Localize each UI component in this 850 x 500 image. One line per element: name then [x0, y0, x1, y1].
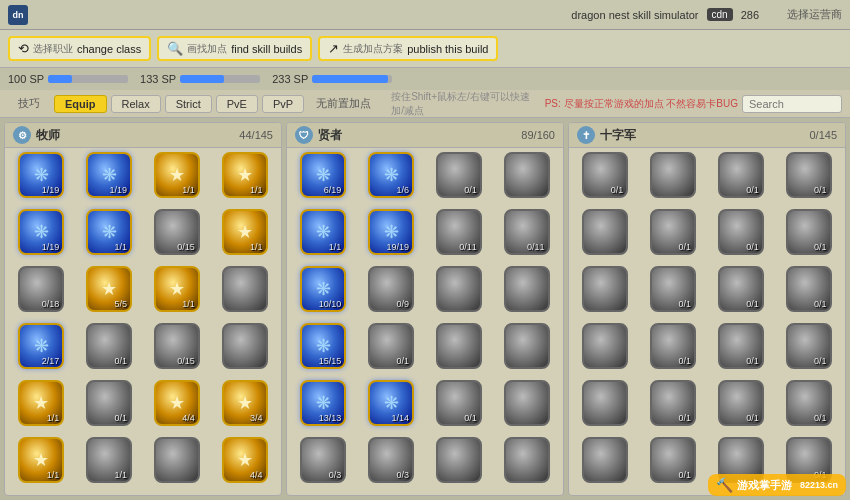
skill-icon[interactable] [436, 437, 482, 483]
skill-icon[interactable]: 0/3 [300, 437, 346, 483]
skill-icon-glyph [723, 442, 759, 478]
panel-title-paladin: 🛡贤者 [295, 126, 342, 144]
skill-icon[interactable]: 1/1 [86, 437, 132, 483]
skill-cell: 0/1 [641, 323, 706, 377]
skill-icon[interactable] [222, 266, 268, 312]
panel-title-icon-crusader: ✝ [577, 126, 595, 144]
tab-strict[interactable]: Strict [165, 95, 212, 113]
skill-icon[interactable]: 0/1 [718, 266, 764, 312]
skill-cell: ★4/4 [212, 437, 277, 491]
skill-icon[interactable]: ❋1/19 [86, 152, 132, 198]
search-input[interactable] [742, 95, 842, 113]
skill-icon[interactable]: 0/1 [786, 323, 832, 369]
skill-icon[interactable]: 0/3 [368, 437, 414, 483]
skill-icon[interactable]: ★4/4 [222, 437, 268, 483]
skill-icon[interactable] [582, 323, 628, 369]
skill-level-label: 0/15 [177, 242, 195, 252]
tab-relax[interactable]: Relax [111, 95, 161, 113]
skill-icon[interactable]: 0/1 [582, 152, 628, 198]
skill-icon[interactable]: 0/1 [650, 266, 696, 312]
skill-icon[interactable]: ★4/4 [154, 380, 200, 426]
watermark-icon: 🔨 [716, 477, 733, 493]
skill-icon[interactable]: 0/1 [786, 266, 832, 312]
skill-icon[interactable] [504, 380, 550, 426]
skill-icon[interactable] [154, 437, 200, 483]
change-class-sublabel: 选择职业 [33, 42, 73, 56]
tab-equip[interactable]: Equip [54, 95, 107, 113]
publish-build-button[interactable]: ↗ 生成加点方案 publish this build [318, 36, 498, 61]
skill-cell: 0/1 [776, 266, 841, 320]
skill-icon[interactable]: ❋1/19 [18, 152, 64, 198]
find-skill-builds-button[interactable]: 🔍 画找加点 find skill builds [157, 36, 312, 61]
skill-icon[interactable] [504, 437, 550, 483]
skill-icon[interactable] [436, 323, 482, 369]
skill-icon[interactable]: ★1/1 [18, 437, 64, 483]
skill-cell: ★1/1 [212, 209, 277, 263]
skill-icon[interactable]: 0/1 [718, 323, 764, 369]
skill-icon[interactable]: ★1/1 [154, 266, 200, 312]
skill-icon[interactable]: 0/15 [154, 209, 200, 255]
skill-icon[interactable]: 0/11 [436, 209, 482, 255]
skill-icon[interactable] [504, 152, 550, 198]
skill-icon[interactable]: 0/1 [86, 380, 132, 426]
skill-cell: 0/1 [709, 323, 774, 377]
skill-icon[interactable] [582, 380, 628, 426]
skill-icon[interactable]: 0/1 [436, 380, 482, 426]
skill-icon[interactable]: 0/11 [504, 209, 550, 255]
skill-icon[interactable]: ❋1/6 [368, 152, 414, 198]
skill-icon[interactable]: ❋1/14 [368, 380, 414, 426]
skill-icon[interactable]: 0/15 [154, 323, 200, 369]
skill-icon[interactable]: ❋1/1 [300, 209, 346, 255]
tab-pvp[interactable]: PvP [262, 95, 304, 113]
skill-icon[interactable]: 0/1 [786, 380, 832, 426]
skill-icon[interactable] [436, 266, 482, 312]
skill-icon[interactable]: 0/1 [786, 209, 832, 255]
skill-icon[interactable]: 0/1 [650, 323, 696, 369]
top-bar: dn dragon nest skill simulator cdn 286 选… [0, 0, 850, 30]
skill-icon[interactable] [582, 437, 628, 483]
skill-icon[interactable]: 0/1 [650, 437, 696, 483]
skill-icon[interactable]: 0/1 [718, 209, 764, 255]
skill-cell: ❋19/19 [359, 209, 424, 263]
skill-icon[interactable]: ❋10/10 [300, 266, 346, 312]
skill-icon[interactable]: 0/1 [86, 323, 132, 369]
skill-icon[interactable]: ★1/1 [154, 152, 200, 198]
cdn-badge[interactable]: cdn [707, 8, 733, 21]
action-bar: ⟲ 选择职业 change class 🔍 画找加点 find skill bu… [0, 30, 850, 68]
skill-icon[interactable]: ★3/4 [222, 380, 268, 426]
skill-cell [212, 266, 277, 320]
skill-icon[interactable] [582, 266, 628, 312]
skill-icon[interactable]: ❋1/1 [86, 209, 132, 255]
skill-icon-glyph [509, 157, 545, 193]
skill-icon[interactable]: ❋13/13 [300, 380, 346, 426]
skill-icon[interactable]: ❋2/17 [18, 323, 64, 369]
skill-icon[interactable]: ★1/1 [18, 380, 64, 426]
tab-pve[interactable]: PvE [216, 95, 258, 113]
skill-icon[interactable]: 0/1 [786, 152, 832, 198]
skill-icon-glyph [509, 271, 545, 307]
skill-icon[interactable]: 0/18 [18, 266, 64, 312]
skill-icon[interactable]: 0/1 [368, 323, 414, 369]
skill-icon[interactable] [650, 152, 696, 198]
skill-grid-paladin: ❋6/19❋1/60/1❋1/1❋19/190/110/11❋10/100/9❋… [287, 148, 563, 495]
skill-icon[interactable]: ★1/1 [222, 152, 268, 198]
skill-icon[interactable] [582, 209, 628, 255]
skill-icon[interactable] [222, 323, 268, 369]
skill-icon[interactable] [504, 266, 550, 312]
change-class-button[interactable]: ⟲ 选择职业 change class [8, 36, 151, 61]
skill-icon[interactable]: ❋19/19 [368, 209, 414, 255]
skill-icon[interactable]: 0/1 [436, 152, 482, 198]
skill-icon[interactable]: ★1/1 [222, 209, 268, 255]
skill-icon[interactable]: 0/1 [718, 380, 764, 426]
skill-icon[interactable]: ❋1/19 [18, 209, 64, 255]
skill-icon[interactable]: ★5/5 [86, 266, 132, 312]
skill-icon[interactable]: 0/1 [718, 152, 764, 198]
skill-level-label: 4/4 [250, 470, 263, 480]
skill-level-label: 0/1 [746, 185, 759, 195]
skill-icon[interactable]: ❋15/15 [300, 323, 346, 369]
skill-icon[interactable]: 0/1 [650, 209, 696, 255]
skill-icon[interactable]: ❋6/19 [300, 152, 346, 198]
skill-icon[interactable]: 0/9 [368, 266, 414, 312]
skill-icon[interactable]: 0/1 [650, 380, 696, 426]
skill-icon[interactable] [504, 323, 550, 369]
